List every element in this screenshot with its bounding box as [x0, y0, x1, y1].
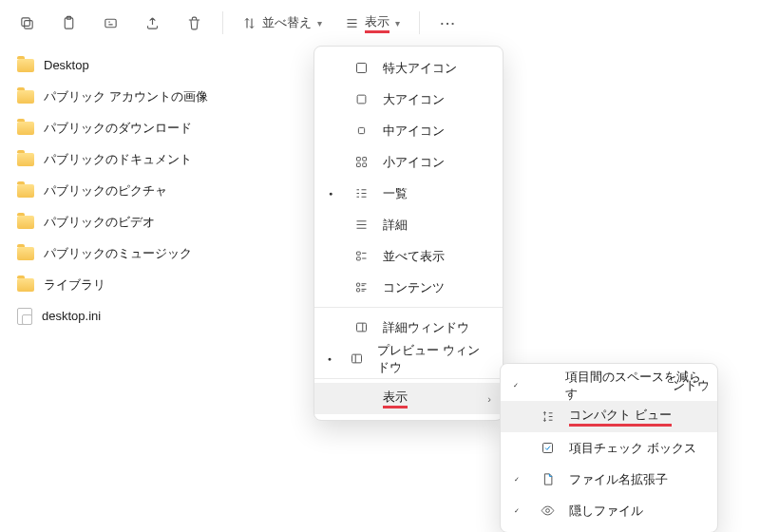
menu-separator	[314, 307, 503, 308]
file-name: パブリックのビデオ	[44, 214, 155, 231]
svg-rect-5	[356, 64, 366, 73]
menu-item-hidden-files[interactable]: ✓隠しファイル	[501, 495, 717, 526]
file-icon	[535, 472, 560, 486]
file-name: パブリックのピクチャ	[44, 182, 167, 200]
small-icon	[349, 155, 373, 169]
details-pane-icon	[349, 320, 373, 334]
menu-item-content[interactable]: コンテンツ	[314, 272, 503, 303]
menu-label: 大アイコン	[383, 91, 445, 108]
menu-label: ファイル名拡張子	[569, 471, 668, 488]
folder-icon	[17, 247, 34, 260]
toolbar-separator	[222, 11, 223, 34]
menu-item-preview-pane[interactable]: ●プレビュー ウィンドウ	[314, 343, 503, 374]
toolbar-separator	[419, 11, 420, 34]
folder-icon	[17, 216, 34, 229]
svg-rect-10	[356, 163, 360, 167]
menu-item-compact-view[interactable]: コンパクト ビュー	[501, 401, 717, 432]
tiles-icon	[349, 249, 373, 263]
menu-item-extra-large-icons[interactable]: 特大アイコン	[314, 52, 503, 84]
svg-rect-0	[24, 20, 32, 28]
menu-label: プレビュー ウィンドウ	[377, 342, 487, 376]
svg-rect-1	[21, 17, 28, 25]
checkbox-icon	[535, 441, 560, 455]
selected-dot-icon: ●	[322, 355, 337, 362]
svg-rect-18	[542, 444, 552, 453]
folder-icon	[17, 278, 34, 292]
file-name: desktop.ini	[42, 309, 101, 323]
check-icon: ✓	[508, 382, 524, 390]
folder-icon	[17, 122, 34, 135]
menu-item-list[interactable]: ●一覧	[314, 178, 503, 209]
svg-rect-9	[362, 158, 366, 162]
file-name: パブリックのミュージック	[44, 245, 192, 262]
eye-icon	[535, 504, 560, 518]
ini-file-icon	[17, 308, 32, 325]
share-button[interactable]	[133, 4, 171, 42]
menu-label: 詳細ウィンドウ	[383, 319, 469, 336]
paste-button[interactable]	[49, 4, 87, 42]
view-menu: 特大アイコン 大アイコン 中アイコン 小アイコン ●一覧 詳細 並べて表示 コン…	[314, 46, 504, 421]
delete-button[interactable]	[175, 4, 213, 42]
check-icon: ✓	[508, 507, 525, 515]
menu-item-show[interactable]: 表示›	[314, 383, 503, 414]
content-icon	[349, 280, 373, 294]
rename-button[interactable]	[91, 4, 129, 42]
menu-item-large-icons[interactable]: 大アイコン	[314, 84, 503, 115]
menu-label: 隠しファイル	[569, 503, 643, 520]
more-button[interactable]: ···	[429, 4, 467, 42]
menu-item-details[interactable]: 詳細	[314, 209, 503, 240]
menu-label: 中アイコン	[383, 123, 445, 140]
compact-view-icon	[535, 409, 560, 424]
menu-item-item-spacing[interactable]: ✓項目間のスペースを減らすンドウ	[501, 370, 717, 401]
svg-rect-8	[356, 158, 360, 162]
sort-button[interactable]: 並べ替え ▾	[233, 4, 332, 42]
large-icon	[349, 92, 373, 106]
menu-item-medium-icons[interactable]: 中アイコン	[314, 115, 503, 146]
svg-rect-12	[356, 252, 360, 255]
folder-icon	[17, 153, 34, 166]
svg-rect-13	[356, 257, 360, 260]
selected-dot-icon: ●	[322, 190, 339, 197]
svg-point-19	[545, 509, 549, 513]
menu-item-extensions[interactable]: ✓ファイル名拡張子	[501, 464, 717, 495]
extra-large-icon	[349, 61, 373, 75]
menu-label: コンテンツ	[383, 279, 445, 296]
file-name: ライブラリ	[44, 276, 105, 294]
view-button[interactable]: 表示 ▾	[335, 4, 409, 42]
menu-separator	[314, 378, 503, 379]
menu-item-small-icons[interactable]: 小アイコン	[314, 146, 503, 178]
file-name: パブリック アカウントの画像	[44, 88, 208, 105]
view-label: 表示	[365, 13, 390, 33]
menu-label: 並べて表示	[383, 248, 445, 265]
folder-icon	[17, 184, 34, 198]
chevron-right-icon: ›	[487, 393, 491, 405]
svg-rect-11	[362, 163, 366, 167]
menu-label: 詳細	[383, 217, 408, 234]
partial-text: ンドウ	[673, 377, 710, 394]
file-name: パブリックのドキュメント	[44, 151, 192, 168]
svg-rect-15	[356, 289, 359, 292]
details-icon	[349, 218, 373, 232]
menu-label: 一覧	[383, 185, 408, 202]
svg-rect-4	[104, 19, 115, 28]
sort-label: 並べ替え	[262, 14, 312, 31]
chevron-down-icon: ▾	[317, 18, 322, 28]
show-submenu: ✓項目間のスペースを減らすンドウ コンパクト ビュー 項目チェック ボックス ✓…	[500, 363, 718, 532]
menu-label: 項目チェック ボックス	[569, 440, 696, 457]
menu-item-tiles[interactable]: 並べて表示	[314, 240, 503, 272]
preview-pane-icon	[347, 352, 369, 366]
menu-item-details-pane[interactable]: 詳細ウィンドウ	[314, 312, 503, 343]
menu-label: 表示	[383, 389, 408, 408]
file-name: パブリックのダウンロード	[44, 120, 192, 137]
folder-icon	[17, 90, 34, 104]
check-icon: ✓	[508, 476, 525, 484]
menu-label: コンパクト ビュー	[569, 407, 672, 427]
svg-rect-17	[352, 354, 362, 363]
menu-item-checkboxes[interactable]: 項目チェック ボックス	[501, 432, 717, 464]
svg-rect-16	[356, 323, 366, 332]
svg-rect-14	[356, 283, 359, 286]
copy-button[interactable]	[8, 4, 46, 42]
chevron-down-icon: ▾	[395, 18, 400, 28]
menu-label: 特大アイコン	[383, 60, 457, 77]
file-name: Desktop	[44, 58, 89, 72]
